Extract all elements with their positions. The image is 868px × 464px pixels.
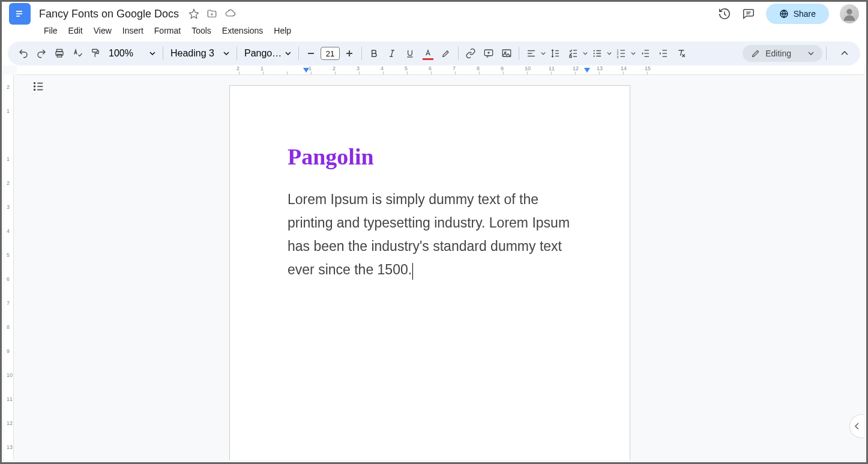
svg-rect-37: [597, 53, 601, 54]
font-size-input[interactable]: 21: [321, 47, 340, 60]
paragraph-style-dropdown[interactable]: Heading 3: [167, 48, 233, 59]
cloud-saved-icon[interactable]: [225, 8, 237, 19]
menu-view[interactable]: View: [89, 23, 116, 38]
document-title[interactable]: Fancy Fonts on Google Docs: [35, 7, 182, 22]
left-indent-marker[interactable]: [303, 68, 309, 74]
svg-rect-9: [57, 55, 62, 58]
style-value: Heading 3: [170, 48, 214, 59]
chevron-down-icon: [285, 52, 291, 55]
spellcheck-button[interactable]: [69, 45, 86, 62]
numbered-list-button[interactable]: 123: [613, 45, 630, 62]
menu-help[interactable]: Help: [269, 23, 296, 38]
globe-icon: [779, 9, 789, 19]
svg-rect-31: [570, 56, 571, 58]
decrease-indent-button[interactable]: [637, 45, 654, 62]
chevron-down-icon[interactable]: [631, 52, 636, 55]
chevron-down-icon[interactable]: [583, 52, 588, 55]
highlight-button[interactable]: [438, 45, 454, 62]
svg-line-16: [391, 50, 393, 57]
paint-format-button[interactable]: [87, 45, 104, 62]
menu-edit[interactable]: Edit: [64, 23, 88, 38]
share-label: Share: [794, 9, 816, 19]
svg-point-34: [594, 53, 595, 54]
menu-bar: File Edit View Insert Format Tools Exten…: [2, 22, 866, 41]
svg-rect-0: [16, 11, 22, 12]
menu-extensions[interactable]: Extensions: [217, 23, 268, 38]
pencil-icon: [751, 49, 761, 58]
toolbar: 100% Heading 3 Pango… 21: [8, 41, 860, 65]
increase-font-button[interactable]: [341, 45, 358, 62]
document-outline-button[interactable]: [32, 80, 45, 93]
share-button[interactable]: Share: [766, 4, 829, 24]
svg-point-35: [594, 55, 595, 56]
chevron-down-icon[interactable]: [541, 52, 546, 55]
line-spacing-button[interactable]: [547, 45, 564, 62]
menu-file[interactable]: File: [39, 23, 62, 38]
hide-menus-button[interactable]: [836, 45, 853, 62]
chevron-down-icon[interactable]: [607, 52, 612, 55]
vertical-ruler[interactable]: 2112345678910111213: [4, 75, 14, 460]
menu-format[interactable]: Format: [149, 23, 185, 38]
underline-button[interactable]: [402, 45, 418, 62]
user-avatar[interactable]: [840, 4, 859, 23]
horizontal-ruler[interactable]: 21123456789101112131415: [17, 65, 864, 75]
checklist-button[interactable]: [565, 45, 582, 62]
svg-rect-13: [349, 50, 350, 56]
italic-button[interactable]: [384, 45, 400, 62]
svg-rect-11: [308, 53, 314, 54]
redo-button[interactable]: [33, 45, 50, 62]
chevron-down-icon: [223, 52, 229, 55]
menu-insert[interactable]: Insert: [118, 23, 148, 38]
svg-rect-36: [597, 50, 601, 52]
text-color-button[interactable]: [420, 45, 436, 62]
align-button[interactable]: [523, 45, 540, 62]
svg-rect-2: [16, 16, 20, 17]
svg-point-53: [34, 83, 35, 84]
document-page[interactable]: Pangolin Lorem Ipsum is simply dummy tex…: [230, 86, 630, 460]
print-button[interactable]: [51, 45, 68, 62]
svg-point-55: [34, 89, 35, 91]
insert-link-button[interactable]: [462, 45, 479, 62]
increase-indent-button[interactable]: [655, 45, 672, 62]
svg-rect-1: [16, 13, 22, 14]
svg-text:3: 3: [617, 55, 619, 59]
insert-image-button[interactable]: [498, 45, 515, 62]
font-value: Pango…: [244, 48, 282, 59]
zoom-dropdown[interactable]: 100%: [105, 48, 159, 59]
zoom-value: 100%: [109, 48, 133, 59]
undo-button[interactable]: [15, 45, 32, 62]
insert-comment-button[interactable]: [480, 45, 497, 62]
body-text[interactable]: Lorem Ipsum is simply dummy text of the …: [288, 188, 572, 282]
bold-button[interactable]: [366, 45, 382, 62]
mode-dropdown[interactable]: Editing: [743, 45, 822, 62]
chevron-down-icon: [808, 52, 814, 55]
svg-rect-38: [597, 56, 601, 57]
comments-icon[interactable]: [742, 7, 755, 20]
svg-rect-10: [92, 49, 97, 52]
mode-label: Editing: [765, 49, 791, 58]
text-cursor: [412, 263, 413, 280]
font-dropdown[interactable]: Pango…: [241, 48, 295, 59]
star-icon[interactable]: [188, 8, 199, 19]
clear-formatting-button[interactable]: [673, 45, 690, 62]
bulleted-list-button[interactable]: [589, 45, 606, 62]
decrease-font-button[interactable]: [303, 45, 319, 62]
svg-point-33: [594, 50, 595, 51]
svg-point-6: [846, 9, 852, 14]
right-indent-marker[interactable]: [584, 68, 590, 74]
docs-logo[interactable]: [9, 3, 31, 25]
chevron-down-icon: [149, 52, 155, 55]
svg-point-54: [34, 86, 35, 87]
heading-text[interactable]: Pangolin: [288, 143, 572, 170]
history-icon[interactable]: [718, 7, 731, 20]
menu-tools[interactable]: Tools: [187, 23, 216, 38]
move-folder-icon[interactable]: [206, 8, 217, 19]
